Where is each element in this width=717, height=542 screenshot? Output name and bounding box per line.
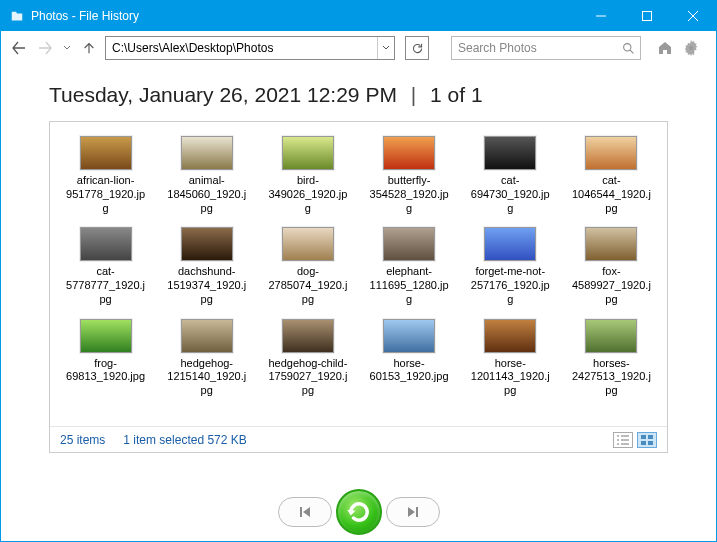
details-view-button[interactable] [613, 432, 633, 448]
file-item[interactable]: cat-5778777_1920.jpg [56, 223, 155, 310]
search-icon[interactable] [616, 42, 640, 55]
heading-separator: | [411, 83, 416, 106]
file-item[interactable]: cat-694730_1920.jpg [461, 132, 560, 219]
file-thumbnail [585, 227, 637, 261]
version-heading: Tuesday, January 26, 2021 12:29 PM | 1 o… [49, 83, 668, 107]
file-name: cat-694730_1920.jpg [469, 174, 551, 215]
items-scroll[interactable]: african-lion-951778_1920.jpganimal-18450… [50, 122, 667, 426]
file-history-window: Photos - File History [0, 0, 717, 542]
file-thumbnail [585, 319, 637, 353]
file-name: elephant-111695_1280.jpg [368, 265, 450, 306]
nav-toolbar [1, 31, 716, 65]
file-name: horse-1201143_1920.jpg [469, 357, 551, 398]
status-bar: 25 items 1 item selected 572 KB [50, 426, 667, 452]
titlebar: Photos - File History [1, 1, 716, 31]
file-item[interactable]: african-lion-951778_1920.jpg [56, 132, 155, 219]
file-name: horse-60153_1920.jpg [368, 357, 450, 385]
svg-rect-6 [648, 441, 653, 445]
status-count: 25 items [60, 433, 105, 447]
file-name: hedgehog-child-1759027_1920.jpg [267, 357, 349, 398]
file-item[interactable]: horse-60153_1920.jpg [359, 315, 458, 402]
address-dropdown-icon[interactable] [377, 37, 394, 59]
forward-button[interactable] [35, 38, 55, 58]
app-icon [9, 8, 25, 24]
window-title: Photos - File History [31, 9, 139, 23]
file-thumbnail [80, 319, 132, 353]
file-thumbnail [484, 227, 536, 261]
file-item[interactable]: horses-2427513_1920.jpg [562, 315, 661, 402]
file-name: butterfly-354528_1920.jpg [368, 174, 450, 215]
file-item[interactable]: hedgehog-child-1759027_1920.jpg [258, 315, 357, 402]
file-item[interactable]: forget-me-not-257176_1920.jpg [461, 223, 560, 310]
file-name: animal-1845060_1920.jpg [166, 174, 248, 215]
file-name: horses-2427513_1920.jpg [570, 357, 652, 398]
file-name: hedgehog-1215140_1920.jpg [166, 357, 248, 398]
file-thumbnail [80, 136, 132, 170]
file-name: dachshund-1519374_1920.jpg [166, 265, 248, 306]
file-thumbnail [181, 136, 233, 170]
file-thumbnail [181, 227, 233, 261]
file-name: african-lion-951778_1920.jpg [65, 174, 147, 215]
thumbnails-view-button[interactable] [637, 432, 657, 448]
svg-rect-4 [648, 435, 653, 439]
file-item[interactable]: hedgehog-1215140_1920.jpg [157, 315, 256, 402]
file-item[interactable]: dog-2785074_1920.jpg [258, 223, 357, 310]
search-input[interactable] [452, 41, 616, 55]
file-thumbnail [181, 319, 233, 353]
file-item[interactable]: butterfly-354528_1920.jpg [359, 132, 458, 219]
file-name: cat-5778777_1920.jpg [65, 265, 147, 306]
file-item[interactable]: elephant-111695_1280.jpg [359, 223, 458, 310]
maximize-button[interactable] [624, 1, 670, 31]
status-selection: 1 item selected 572 KB [123, 433, 246, 447]
items-panel: african-lion-951778_1920.jpganimal-18450… [49, 121, 668, 453]
file-thumbnail [383, 227, 435, 261]
restore-button[interactable] [336, 489, 382, 535]
svg-point-1 [623, 43, 630, 50]
svg-rect-0 [643, 12, 652, 21]
file-item[interactable]: bird-349026_1920.jpg [258, 132, 357, 219]
svg-rect-5 [641, 441, 646, 445]
close-button[interactable] [670, 1, 716, 31]
file-thumbnail [282, 319, 334, 353]
file-thumbnail [585, 136, 637, 170]
file-name: dog-2785074_1920.jpg [267, 265, 349, 306]
file-thumbnail [484, 136, 536, 170]
version-controls [1, 487, 716, 541]
back-button[interactable] [9, 38, 29, 58]
address-bar[interactable] [105, 36, 395, 60]
file-name: cat-1046544_1920.jpg [570, 174, 652, 215]
file-item[interactable]: frog-69813_1920.jpg [56, 315, 155, 402]
file-name: bird-349026_1920.jpg [267, 174, 349, 215]
file-thumbnail [383, 136, 435, 170]
file-item[interactable]: fox-4589927_1920.jpg [562, 223, 661, 310]
file-item[interactable]: dachshund-1519374_1920.jpg [157, 223, 256, 310]
file-name: forget-me-not-257176_1920.jpg [469, 265, 551, 306]
address-input[interactable] [106, 37, 377, 59]
file-item[interactable]: horse-1201143_1920.jpg [461, 315, 560, 402]
items-grid: african-lion-951778_1920.jpganimal-18450… [56, 132, 661, 402]
home-icon[interactable] [655, 38, 675, 58]
file-thumbnail [282, 227, 334, 261]
file-thumbnail [484, 319, 536, 353]
up-button[interactable] [79, 38, 99, 58]
file-thumbnail [383, 319, 435, 353]
previous-version-button[interactable] [278, 497, 332, 527]
file-item[interactable]: cat-1046544_1920.jpg [562, 132, 661, 219]
version-timestamp: Tuesday, January 26, 2021 12:29 PM [49, 83, 397, 106]
content-area: Tuesday, January 26, 2021 12:29 PM | 1 o… [1, 65, 716, 487]
recent-dropdown-icon[interactable] [61, 42, 73, 54]
file-name: fox-4589927_1920.jpg [570, 265, 652, 306]
svg-rect-3 [641, 435, 646, 439]
file-name: frog-69813_1920.jpg [65, 357, 147, 385]
file-thumbnail [80, 227, 132, 261]
file-item[interactable]: animal-1845060_1920.jpg [157, 132, 256, 219]
refresh-button[interactable] [405, 36, 429, 60]
version-page: 1 of 1 [430, 83, 483, 106]
file-thumbnail [282, 136, 334, 170]
gear-icon[interactable] [681, 38, 701, 58]
next-version-button[interactable] [386, 497, 440, 527]
minimize-button[interactable] [578, 1, 624, 31]
search-box[interactable] [451, 36, 641, 60]
